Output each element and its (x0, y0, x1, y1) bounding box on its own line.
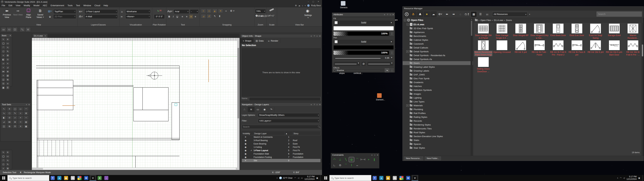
taskbar-app-icon[interactable]: T (49, 175, 56, 181)
collapse-icon[interactable]: − (404, 19, 406, 21)
start-button[interactable] (0, 175, 8, 181)
taskbar-app-icon[interactable]: ▣ (63, 175, 70, 181)
tangent-constraint-icon[interactable]: ╲ (343, 157, 348, 162)
constraints-header[interactable]: Constraints ≡⊹✕ (331, 153, 379, 157)
wifi-icon[interactable]: ◠ (620, 177, 622, 179)
tool-icon[interactable]: ⋈ (1, 70, 5, 74)
pin-icon[interactable]: ⊹ (374, 153, 376, 157)
menu-item[interactable]: Edit (7, 4, 14, 7)
plan-rotation-field[interactable]: 0° 0' 0" (154, 14, 165, 19)
tree-folder-row[interactable]: + Rail Profiles (403, 111, 473, 115)
column-story[interactable]: Story (293, 132, 320, 135)
layer-row[interactable]: ◉ Foundation-Slab 6 Foundation (242, 152, 320, 156)
column-design-layer[interactable]: Design Layer (254, 132, 285, 135)
help-icon[interactable]: ? (314, 34, 315, 38)
layer-search-input[interactable] (242, 125, 320, 129)
tool-icon[interactable]: ⊡ (12, 124, 18, 128)
tool-icon[interactable]: ◧ (1, 58, 5, 61)
radius-constraint-icon[interactable]: ⊙ (338, 163, 343, 168)
desktop-icon-label[interactable]: Genesis (340, 6, 348, 9)
tool-icon[interactable]: ▭ (6, 154, 10, 158)
snapping-pause-icon[interactable]: ‖ (219, 15, 220, 18)
menu-item[interactable]: View (14, 4, 22, 7)
underline-button[interactable]: U (176, 15, 179, 18)
resource-item[interactable]: Door Garage Single 4-4 ... (493, 24, 511, 40)
concentric-constraint-icon[interactable]: ◎ (349, 157, 354, 162)
snap-object-icon[interactable]: ◇ (206, 9, 212, 13)
tool-icon[interactable]: ✎ (12, 111, 18, 115)
bold-button[interactable]: B (167, 15, 171, 18)
view-mode-icon[interactable]: ▤˅ (48, 10, 52, 13)
distance-constraint-icon[interactable]: ⊢⊣ (360, 157, 366, 162)
user-name[interactable]: Rudy Beuc (311, 4, 321, 7)
cloud-libraries-icon[interactable]: ☁ (430, 12, 436, 17)
menu-icon[interactable]: ≡ (384, 13, 385, 16)
snapping-gear-icon[interactable]: ⚙ ˅ (230, 10, 234, 12)
tool-icon[interactable]: ⌑ (18, 120, 23, 124)
tool-icon[interactable]: ▦ (24, 124, 29, 128)
resource-item[interactable]: Sliding Glass DoorDoor ... (474, 57, 492, 73)
italic-button[interactable]: I (172, 15, 175, 18)
resource-manager-titlebar[interactable]: Resource Manager (403, 6, 644, 10)
render-style-dropdown[interactable]: <None>˅ (126, 14, 150, 19)
tool-icon[interactable]: ⌗ (18, 111, 23, 115)
fill-style-dropdown[interactable]: Solid▼ (334, 20, 394, 25)
layer-row[interactable]: ✕ Sketch & Comments 1 (242, 136, 320, 139)
close-icon[interactable]: ✕ (392, 13, 394, 16)
pen-opacity-options-icon[interactable]: ⋮ (390, 50, 394, 55)
tree-folder-row[interactable]: + Doors (403, 61, 473, 65)
navigation-header[interactable]: Navigation - Design Layers ≡?⊹✕ (240, 103, 322, 106)
font-dropdown[interactable]: Arial▾ (174, 10, 189, 14)
menu-icon[interactable]: ≡ (311, 34, 312, 38)
breadcrumb-item[interactable]: ▸D1-A.vwx (492, 19, 503, 22)
collapse-icon[interactable]: − (407, 23, 409, 26)
align-plane-button[interactable]: Align Plane (24, 9, 34, 18)
tree-folder-row[interactable]: + Stair Styles (403, 146, 473, 150)
resource-item[interactable]: Exist Back Door (549, 24, 567, 40)
marquee-mode-icon[interactable]: ▭ (1, 27, 6, 32)
tool-icon[interactable]: ▱ (1, 62, 5, 65)
layer-row[interactable]: ◉ ✓ 1-Floor Layout 5 First Flr (242, 149, 320, 152)
tool-icon[interactable]: ⌗ (1, 166, 5, 170)
snap-tangent-icon[interactable]: ↰ (214, 15, 216, 18)
tree-folder-row[interactable]: + Detail Callouts (403, 46, 473, 50)
taskbar-clock[interactable]: 5:17 PM12/12/2024 (626, 176, 636, 180)
tree-folder-row[interactable]: + Rendering Styles (403, 123, 473, 127)
resource-item[interactable]: RB Intr Bi Pass 6 pnl (568, 40, 586, 56)
taskbar-app-icon[interactable]: e (378, 175, 385, 181)
menu-icon[interactable]: ≡ (311, 103, 312, 106)
tab-shape[interactable]: ◑Shape (240, 38, 254, 43)
scale-value[interactable]: 1/4"=1" (267, 14, 274, 17)
detail-view-icon[interactable]: ⚏ (484, 12, 490, 17)
tree-folder-row[interactable]: + Railing Styles (403, 115, 473, 119)
tool-icon[interactable]: ⬡ (1, 162, 5, 166)
tree-root-row[interactable]: −VOpen Files (403, 18, 473, 22)
tree-scrollbar[interactable]: ▲ (470, 18, 472, 156)
tool-icon[interactable]: ≈ (1, 66, 5, 70)
menu-item[interactable]: Text (74, 4, 82, 7)
layer-search-box[interactable] (242, 125, 321, 129)
home-icon[interactable]: ⌂ (302, 4, 303, 7)
battery-icon[interactable]: ▭ (301, 177, 303, 179)
taskbar-app-icon[interactable]: ▣ (385, 175, 392, 181)
menu-item[interactable]: Tools (66, 4, 74, 7)
show-desktop-button[interactable] (320, 175, 321, 181)
tool-icon[interactable]: ✛ (7, 107, 12, 111)
menu-item[interactable]: Window (82, 4, 93, 7)
column-active[interactable] (249, 132, 254, 135)
tool-icon[interactable]: ▭ (18, 107, 23, 111)
tree-folder-row[interactable]: + Line Types (403, 100, 473, 104)
tool-icon[interactable]: ⊞ (6, 166, 10, 170)
view-mode-dropdown[interactable]: Top/Plan˅ (53, 10, 76, 14)
menu-item[interactable]: AEC (41, 4, 49, 7)
tool-icon[interactable]: ◫ (1, 124, 6, 128)
parallel-constraint-icon[interactable]: ∥ (372, 157, 377, 162)
tool-icon[interactable]: ⌑ (1, 74, 5, 78)
resource-filter-dropdown[interactable]: All Resources▾ (492, 12, 528, 16)
start-button[interactable] (322, 175, 330, 181)
tree-folder-row[interactable]: + Plumbing (403, 108, 473, 111)
resource-item[interactable]: Door Hinged 6P (512, 24, 530, 40)
render-style-icon[interactable]: ∞ (121, 15, 122, 18)
tool-sets-header[interactable]: Tool Sets✕≡ (0, 103, 31, 106)
basic-palette-header[interactable]: Basic✕ (0, 34, 12, 37)
